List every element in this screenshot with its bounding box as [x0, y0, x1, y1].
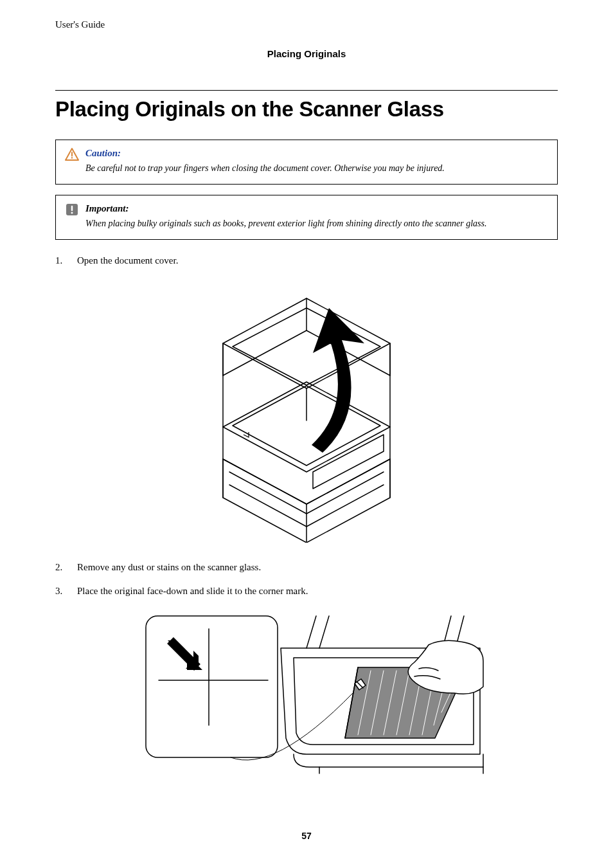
- step-item: Open the document cover.: [55, 255, 558, 266]
- header-guide: User's Guide: [55, 19, 558, 30]
- steps-list-continued: Remove any dust or stains on the scanner…: [55, 562, 558, 597]
- steps-list: Open the document cover.: [55, 255, 558, 266]
- svg-point-1: [71, 157, 73, 158]
- step-item: Place the original face-down and slide i…: [55, 586, 558, 597]
- important-text: When placing bulky originals such as boo…: [85, 217, 548, 230]
- svg-line-10: [319, 616, 329, 648]
- figure-open-cover: [55, 279, 558, 545]
- page-number: 57: [0, 831, 613, 841]
- page-title: Placing Originals on the Scanner Glass: [55, 97, 558, 122]
- caution-text: Be careful not to trap your fingers when…: [85, 161, 548, 175]
- important-icon: [65, 203, 79, 216]
- svg-line-9: [306, 616, 316, 648]
- caution-box: Caution: Be careful not to trap your fin…: [55, 140, 558, 185]
- important-box: Important: When placing bulky originals …: [55, 195, 558, 240]
- svg-rect-6: [146, 616, 278, 757]
- header-section-title: Placing Originals: [55, 48, 558, 59]
- svg-point-4: [71, 212, 73, 214]
- caution-icon: [65, 148, 79, 161]
- title-rule: [55, 90, 558, 91]
- caution-label: Caution:: [85, 148, 548, 159]
- figure-place-original: [55, 610, 558, 779]
- step-item: Remove any dust or stains on the scanner…: [55, 562, 558, 573]
- important-label: Important:: [85, 203, 548, 214]
